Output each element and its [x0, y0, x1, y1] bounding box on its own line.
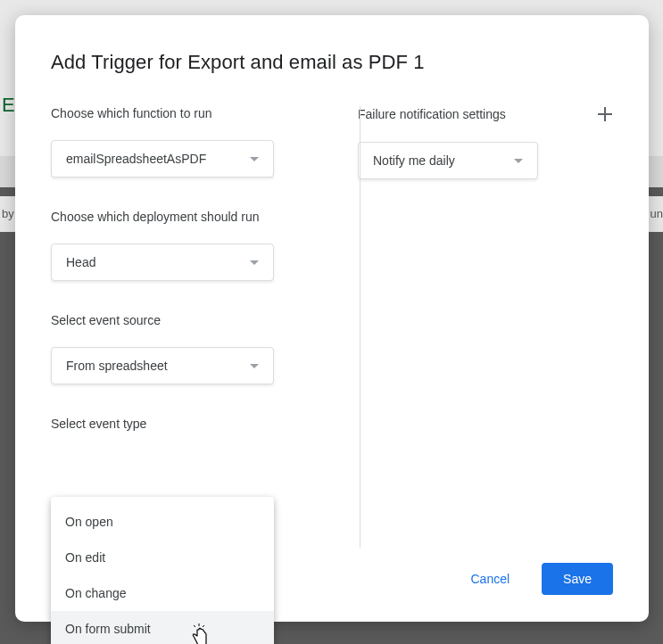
chevron-down-icon: [514, 159, 523, 163]
save-button[interactable]: Save: [542, 563, 613, 595]
failure-value: Notify me daily: [373, 153, 455, 168]
function-value: emailSpreadsheetAsPDF: [66, 152, 206, 166]
chevron-down-icon: [250, 364, 259, 368]
function-select[interactable]: emailSpreadsheetAsPDF: [51, 140, 274, 178]
trigger-dialog: Add Trigger for Export and email as PDF …: [15, 15, 649, 622]
failure-header: Failure notification settings: [358, 106, 613, 122]
bg-text: un: [651, 207, 663, 220]
chevron-down-icon: [250, 157, 259, 161]
column-divider: [360, 106, 361, 548]
deployment-field: Choose which deployment should run Head: [51, 210, 310, 281]
bg-text: E: [2, 94, 15, 117]
event-type-dropdown: On open On edit On change On form submit: [51, 497, 274, 644]
dropdown-option-on-open[interactable]: On open: [51, 504, 274, 540]
event-source-value: From spreadsheet: [66, 359, 168, 373]
deployment-select[interactable]: Head: [51, 244, 274, 281]
dialog-columns: Choose which function to run emailSpread…: [51, 106, 613, 463]
cancel-button[interactable]: Cancel: [460, 565, 520, 593]
dialog-actions: Cancel Save: [460, 563, 613, 595]
chevron-down-icon: [250, 260, 259, 265]
plus-icon[interactable]: [597, 106, 613, 122]
failure-select[interactable]: Notify me daily: [358, 142, 538, 179]
dropdown-option-on-edit[interactable]: On edit: [51, 540, 274, 575]
event-type-label: Select event type: [51, 417, 310, 431]
failure-label: Failure notification settings: [358, 107, 506, 121]
event-source-label: Select event source: [51, 313, 310, 327]
right-column: Failure notification settings Notify me …: [326, 106, 613, 463]
event-type-field: Select event type: [51, 417, 310, 431]
dropdown-option-on-change[interactable]: On change: [51, 575, 274, 611]
function-label: Choose which function to run: [51, 106, 310, 120]
deployment-label: Choose which deployment should run: [51, 210, 310, 224]
dialog-title: Add Trigger for Export and email as PDF …: [51, 51, 613, 74]
bg-text: by: [2, 207, 14, 220]
event-source-field: Select event source From spreadsheet: [51, 313, 310, 384]
dropdown-option-on-form-submit[interactable]: On form submit: [51, 611, 274, 644]
left-column: Choose which function to run emailSpread…: [51, 106, 326, 463]
deployment-value: Head: [66, 255, 95, 269]
function-field: Choose which function to run emailSpread…: [51, 106, 310, 178]
event-source-select[interactable]: From spreadsheet: [51, 347, 274, 384]
